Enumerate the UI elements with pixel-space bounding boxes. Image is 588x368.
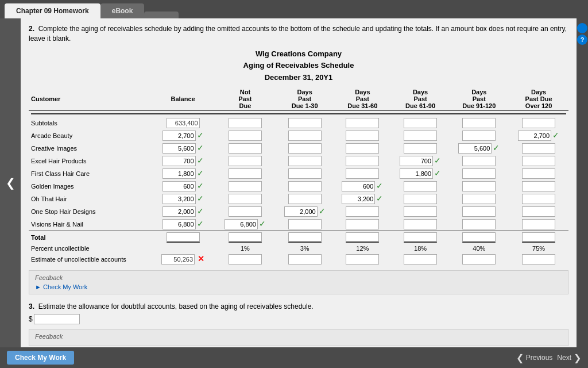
ohhair-d31-60[interactable] xyxy=(342,194,375,204)
creative-d1-30[interactable] xyxy=(288,143,322,154)
firstclass-d31-60[interactable] xyxy=(346,168,379,179)
tab-ebook[interactable]: eBook xyxy=(100,3,145,18)
golden-balance[interactable] xyxy=(163,181,196,191)
total-d61-90[interactable] xyxy=(404,232,437,243)
visions-d61-90[interactable] xyxy=(404,219,437,229)
subtotals-d31-60-input[interactable] xyxy=(346,118,379,128)
arcade-d61-90[interactable] xyxy=(404,131,437,141)
total-d91-120[interactable] xyxy=(462,232,496,243)
onestop-notpast[interactable] xyxy=(229,206,262,217)
tab-homework[interactable]: Chapter 09 Homework xyxy=(5,3,100,18)
pct-d1-30: 3% xyxy=(300,245,310,252)
estimate-d91-120[interactable] xyxy=(462,254,496,264)
ohhair-d91-120[interactable] xyxy=(462,194,496,204)
excel-balance[interactable] xyxy=(163,156,196,166)
visions-d1-30[interactable] xyxy=(288,219,322,229)
excel-d91-120[interactable] xyxy=(462,156,496,166)
estimate-row: Estimate of uncollectible accounts ✕ xyxy=(29,253,568,266)
check-my-work-link[interactable]: ► Check My Work xyxy=(35,283,87,290)
check-my-work-button[interactable]: Check My Work xyxy=(7,351,74,365)
feedback-label-2: Feedback xyxy=(35,333,562,340)
firstclass-notpast[interactable] xyxy=(229,168,262,179)
estimate-notpast[interactable] xyxy=(229,254,262,264)
creative-notpast[interactable] xyxy=(229,143,262,154)
arcade-over120[interactable] xyxy=(518,131,551,141)
excel-over120[interactable] xyxy=(522,156,555,166)
visions-d91-120[interactable] xyxy=(462,219,496,229)
next-button[interactable]: Next ❯ xyxy=(557,352,581,363)
onestop-d61-90[interactable] xyxy=(404,206,437,217)
firstclass-balance[interactable] xyxy=(163,168,196,179)
creative-balance[interactable] xyxy=(163,143,196,154)
subtotals-d61-90-input[interactable] xyxy=(404,118,437,128)
arcade-d31-60[interactable] xyxy=(346,131,379,141)
check-icon: ✓ xyxy=(493,143,500,152)
visions-over120[interactable] xyxy=(522,219,555,229)
arrow-icon: ❮ xyxy=(6,176,16,190)
golden-d61-90[interactable] xyxy=(404,181,437,191)
question3-input[interactable] xyxy=(34,314,80,324)
col-header-d31-60: DaysPastDue 31-60 xyxy=(334,87,392,111)
ohhair-balance[interactable] xyxy=(163,194,196,204)
ohhair-d1-30[interactable] xyxy=(288,194,322,204)
onestop-d31-60[interactable] xyxy=(346,206,379,217)
arcade-d91-120[interactable] xyxy=(462,131,496,141)
golden-d31-60[interactable] xyxy=(342,181,375,191)
ohhair-d61-90[interactable] xyxy=(404,194,437,204)
visions-notpast[interactable] xyxy=(225,219,258,229)
firstclass-d91-120[interactable] xyxy=(462,168,496,179)
subtotals-over120-input[interactable] xyxy=(522,118,555,128)
visions-d31-60[interactable] xyxy=(346,219,379,229)
arcade-d1-30[interactable] xyxy=(288,131,322,141)
estimate-over120[interactable] xyxy=(522,254,555,264)
total-over120[interactable] xyxy=(522,232,555,243)
creative-d61-90[interactable] xyxy=(404,143,437,154)
estimate-d31-60[interactable] xyxy=(346,254,379,264)
golden-notpast[interactable] xyxy=(229,181,262,191)
subtotals-notpast-input[interactable] xyxy=(229,118,262,128)
onestop-over120[interactable] xyxy=(522,206,555,217)
estimate-balance[interactable] xyxy=(161,254,195,264)
onestop-d1-30[interactable] xyxy=(284,206,318,217)
ohhair-notpast[interactable] xyxy=(229,194,262,204)
table-row: Excel Hair Products ✓ ✓ xyxy=(29,155,568,167)
estimate-d61-90[interactable] xyxy=(404,254,437,264)
total-balance[interactable] xyxy=(167,232,200,243)
arcade-notpast[interactable] xyxy=(229,131,262,141)
table-title: Wig Creations Company Aging of Receivabl… xyxy=(29,48,568,84)
creative-d31-60[interactable] xyxy=(346,143,379,154)
ohhair-over120[interactable] xyxy=(522,194,555,204)
subtotals-balance-input[interactable] xyxy=(167,118,200,128)
onestop-d91-120[interactable] xyxy=(462,206,496,217)
previous-button[interactable]: ❮ Previous xyxy=(516,352,553,363)
visions-balance[interactable] xyxy=(163,219,196,229)
help-button-2[interactable]: ? xyxy=(577,34,587,45)
excel-notpast[interactable] xyxy=(229,156,262,166)
excel-d61-90[interactable] xyxy=(400,156,433,166)
pct-d61-90: 18% xyxy=(414,245,427,252)
excel-d1-30[interactable] xyxy=(288,156,322,166)
arcade-balance[interactable] xyxy=(163,131,196,141)
creative-d91-120[interactable] xyxy=(458,143,492,154)
total-d31-60[interactable] xyxy=(346,232,379,243)
total-d1-30[interactable] xyxy=(288,232,322,243)
golden-d91-120[interactable] xyxy=(462,181,496,191)
firstclass-d1-30[interactable] xyxy=(288,168,322,179)
tab-empty[interactable] xyxy=(144,12,179,18)
check-icon: ✓ xyxy=(319,206,326,216)
left-nav-arrow[interactable]: ❮ xyxy=(0,18,21,347)
estimate-d1-30[interactable] xyxy=(288,254,322,264)
golden-over120[interactable] xyxy=(522,181,555,191)
help-button-1[interactable] xyxy=(577,23,587,33)
main-wrapper: ❮ 2. Complete the aging of receivables s… xyxy=(0,18,588,347)
total-notpast[interactable] xyxy=(229,232,262,243)
creative-over120[interactable] xyxy=(522,143,555,154)
onestop-balance[interactable] xyxy=(163,206,196,217)
check-icon: ✓ xyxy=(376,181,383,190)
golden-d1-30[interactable] xyxy=(288,181,322,191)
subtotals-d1-30-input[interactable] xyxy=(288,118,322,128)
firstclass-over120[interactable] xyxy=(522,168,555,179)
excel-d31-60[interactable] xyxy=(346,156,379,166)
firstclass-d61-90[interactable] xyxy=(400,168,433,179)
subtotals-d91-120-input[interactable] xyxy=(462,118,496,128)
